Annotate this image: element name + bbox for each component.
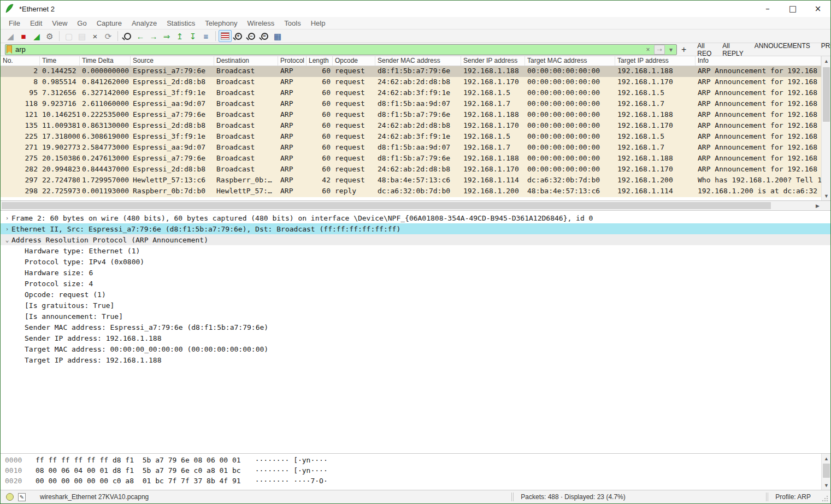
detail-line[interactable]: [Is announcement: True]	[1, 311, 830, 322]
scroll-down-icon[interactable]: ▼	[822, 191, 831, 200]
colorize-icon[interactable]	[219, 30, 232, 42]
menu-wireless[interactable]: Wireless	[242, 18, 279, 28]
menu-view[interactable]: View	[47, 18, 72, 28]
go-to-packet-icon[interactable]: ⇒	[160, 30, 173, 42]
filter-bookmark-icon[interactable]	[7, 45, 12, 54]
zoom-in-icon[interactable]: +	[232, 30, 245, 42]
packet-row[interactable]: 29722.7247801.729957000HewlettP_57:13:c6…	[1, 175, 821, 186]
display-filter-input[interactable]	[15, 45, 643, 54]
menu-tools[interactable]: Tools	[279, 18, 305, 28]
zoom-reset-icon[interactable]: =	[258, 30, 271, 42]
packet-row[interactable]: 12110.1462510.222535000Espressi_a7:79:6e…	[1, 110, 821, 121]
bytes-vertical-scrollbar[interactable]: ▲ ▼	[821, 454, 830, 490]
filter-button-annoucements[interactable]: ANNOUCEMENTS	[749, 41, 816, 58]
close-button[interactable]: ×	[805, 1, 830, 17]
hex-ascii[interactable]: ········ ····7·O·	[255, 477, 328, 487]
column-header-opcode[interactable]: Opcode	[333, 56, 375, 66]
close-file-icon[interactable]: ×	[89, 30, 102, 42]
filter-dropdown-icon[interactable]: ▾	[665, 45, 676, 55]
hex-ascii[interactable]: ········ [·yn····	[255, 456, 328, 466]
menu-help[interactable]: Help	[306, 18, 331, 28]
restart-capture-icon[interactable]: ◢	[30, 30, 43, 42]
menu-go[interactable]: Go	[72, 18, 91, 28]
column-header-target-mac-address[interactable]: Target MAC address	[525, 56, 615, 66]
chevron-down-icon[interactable]: ⌄	[3, 236, 11, 244]
scrollbar-thumb[interactable]	[823, 464, 830, 478]
detail-line[interactable]: ⌄Address Resolution Protocol (ARP Announ…	[1, 234, 830, 245]
chevron-right-icon[interactable]: ›	[3, 215, 11, 222]
hex-bytes[interactable]: 08 00 06 04 00 01 d8 f1 5b a7 79 6e c0 a…	[36, 466, 241, 477]
find-packet-icon[interactable]	[121, 30, 134, 42]
column-header-time[interactable]: Time	[40, 56, 80, 66]
stop-capture-icon[interactable]: ■	[17, 30, 30, 42]
go-to-top-icon[interactable]: ↥	[173, 30, 186, 42]
packet-list-vertical-scrollbar[interactable]: ▲ ▼	[821, 56, 830, 200]
filter-button-all-req[interactable]: All REQ	[692, 41, 717, 58]
menu-edit[interactable]: Edit	[25, 18, 47, 28]
packet-row[interactable]: 29822.7259730.001193000Raspberr_0b:7d:b0…	[1, 186, 821, 197]
detail-line[interactable]: Hardware size: 6	[1, 267, 830, 278]
column-header-target-ip-address[interactable]: Target IP address	[615, 56, 696, 66]
column-header-info[interactable]: Info	[696, 56, 821, 66]
detail-line[interactable]: Target MAC address: 00:00:00_00:00:00 (0…	[1, 343, 830, 354]
column-header-length[interactable]: Length	[307, 56, 333, 66]
packet-row[interactable]: 27119.9027732.584773000Espressi_aa:9d:07…	[1, 143, 821, 153]
packet-row[interactable]: 20.1442520.000000000Espressi_a7:79:6eBro…	[1, 66, 821, 77]
hex-ascii[interactable]: ········ [·yn····	[255, 466, 328, 477]
detail-line[interactable]: Protocol type: IPv4 (0x0800)	[1, 256, 830, 267]
detail-line[interactable]: ›Ethernet II, Src: Espressi_a7:79:6e (d8…	[1, 223, 830, 234]
open-file-icon[interactable]: ▢	[62, 30, 75, 42]
packet-row[interactable]: 1189.9237162.611060000Espressi_aa:9d:07B…	[1, 99, 821, 110]
hex-bytes[interactable]: 00 00 00 00 00 00 c0 a8 01 bc 7f 7f 37 8…	[36, 477, 241, 487]
detail-line[interactable]: Protocol size: 4	[1, 278, 830, 289]
scroll-up-icon[interactable]: ▲	[822, 56, 831, 66]
minimize-button[interactable]: –	[755, 1, 780, 17]
resize-grip[interactable]	[822, 495, 828, 502]
auto-scroll-icon[interactable]: ≡	[199, 30, 213, 42]
column-header-time-delta[interactable]: Time Delta	[80, 56, 131, 66]
hex-row[interactable]: 002000 00 00 00 00 00 c0 a8 01 bc 7f 7f …	[1, 477, 821, 487]
filter-button-probes[interactable]: PROBES	[816, 41, 831, 58]
scroll-right-icon[interactable]: ▶	[813, 201, 822, 210]
filter-button-all-reply[interactable]: All REPLY	[717, 41, 749, 58]
hex-bytes[interactable]: ff ff ff ff ff ff d8 f1 5b a7 79 6e 08 0…	[36, 456, 241, 466]
packet-row[interactable]: 957.3126566.327142000Espressi_3f:f9:1eBr…	[1, 88, 821, 99]
menu-capture[interactable]: Capture	[92, 18, 127, 28]
detail-line[interactable]: Sender IP address: 192.168.1.188	[1, 333, 830, 343]
column-header-sender-ip-address[interactable]: Sender IP address	[461, 56, 525, 66]
column-header-destination[interactable]: Destination	[214, 56, 278, 66]
scrollbar-thumb[interactable]	[2, 202, 771, 209]
resize-columns-icon[interactable]: ▦	[271, 30, 284, 42]
save-file-icon[interactable]: ▤	[75, 30, 89, 42]
scroll-down-icon[interactable]: ▼	[822, 481, 831, 490]
column-header-no[interactable]: No.	[1, 56, 40, 66]
capture-comment-icon[interactable]: ✎	[18, 493, 26, 501]
packet-row[interactable]: 80.9855140.841262000Espressi_2d:d8:b8Bro…	[1, 77, 821, 88]
filter-add-button[interactable]: +	[681, 45, 686, 55]
go-to-bottom-icon[interactable]: ↧	[186, 30, 199, 42]
hex-row[interactable]: 001008 00 06 04 00 01 d8 f1 5b a7 79 6e …	[1, 466, 821, 477]
scrollbar-thumb[interactable]	[823, 67, 830, 122]
maximize-button[interactable]: □	[780, 1, 805, 17]
column-header-protocol[interactable]: Protocol	[278, 56, 307, 66]
go-forward-icon[interactable]: →	[147, 30, 160, 42]
zoom-out-icon[interactable]: −	[245, 30, 258, 42]
detail-line[interactable]: ›Frame 2: 60 bytes on wire (480 bits), 6…	[1, 212, 830, 223]
menu-telephony[interactable]: Telephony	[200, 18, 242, 28]
packet-row[interactable]: 13511.0093810.863130000Espressi_2d:d8:b8…	[1, 121, 821, 132]
detail-line[interactable]: Opcode: request (1)	[1, 289, 830, 300]
detail-line[interactable]: Target IP address: 192.168.1.188	[1, 354, 830, 365]
expert-info-icon[interactable]	[6, 493, 14, 501]
menu-statistics[interactable]: Statistics	[162, 18, 200, 28]
scroll-up-icon[interactable]: ▲	[822, 454, 831, 463]
start-capture-icon[interactable]: ◢	[4, 30, 17, 42]
column-header-sender-mac-address[interactable]: Sender MAC address	[375, 56, 461, 66]
detail-line[interactable]: Sender MAC address: Espressi_a7:79:6e (d…	[1, 322, 830, 333]
go-back-icon[interactable]: ←	[134, 30, 147, 42]
hex-row[interactable]: 0000ff ff ff ff ff ff d8 f1 5b a7 79 6e …	[1, 456, 821, 466]
profile-label[interactable]: Profile: ARP	[769, 493, 817, 501]
packet-row[interactable]: 22517.3180006.308619000Espressi_3f:f9:1e…	[1, 132, 821, 143]
detail-line[interactable]: [Is gratuitous: True]	[1, 300, 830, 311]
menu-file[interactable]: File	[4, 18, 25, 28]
filter-apply-icon[interactable]: ➝	[654, 45, 665, 55]
